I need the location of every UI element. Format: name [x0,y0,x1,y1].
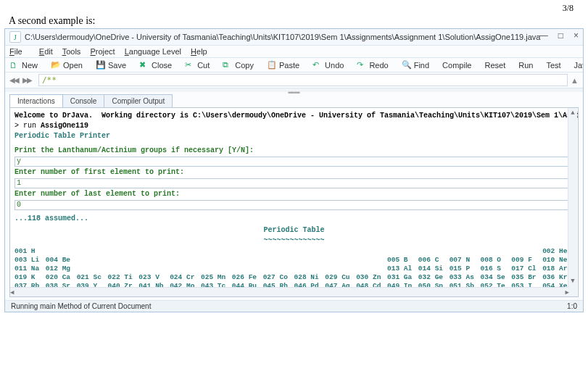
vertical-scrollbar[interactable]: ▲ ▼ [568,108,577,296]
element-cell: 015 P [450,265,481,273]
scroll-up-icon[interactable]: ▲ [571,76,579,85]
new-icon: 🗋 [9,61,19,70]
close-window-button[interactable]: × [573,30,579,41]
menu-tools[interactable]: Tools [62,47,81,56]
element-cell: 013 Al [387,265,418,273]
scroll-down-arrow-icon[interactable]: ▼ [568,276,577,286]
tab-console[interactable]: Console [62,94,105,107]
element-cell: 008 O [480,256,511,265]
element-cell: 017 Cl [511,265,542,273]
scroll-right-arrow-icon[interactable]: ▶ [566,288,569,296]
scroll-up-arrow-icon[interactable]: ▲ [568,108,577,118]
redo-button[interactable]: ↷Redo [357,60,388,70]
element-cell [201,247,232,256]
element-cell [325,256,356,265]
element-cell [232,265,263,273]
open-icon: 📂 [51,60,60,70]
menu-edit[interactable]: Edit [39,47,53,56]
element-cell [107,247,138,256]
status-bar: Running main Method of Current Document … [5,300,583,312]
element-cell: 006 C [418,256,450,265]
compile-button[interactable]: Compile [442,61,471,70]
element-cell [294,247,325,256]
element-cell: 011 Na [15,265,46,273]
menu-bar: File Edit Tools Project Language Level H… [5,46,583,58]
element-cell: 025 Mn [201,273,232,282]
element-cell [325,265,356,273]
scroll-left-arrow-icon[interactable]: ◀ [10,288,14,296]
prompt-first: Enter number of first element to print: [15,167,573,178]
element-cell [138,256,170,265]
cut-icon: ✂ [185,60,194,70]
input-first[interactable]: 1 [15,178,573,188]
interactions-pane[interactable]: Welcome to DrJava. Working directory is … [9,107,579,297]
input-groups[interactable]: y [15,157,573,167]
element-cell: 032 Ge [418,273,450,282]
test-button[interactable]: Test [546,61,560,70]
app-icon: J [9,31,21,43]
run-button[interactable]: Run [518,61,533,70]
save-button[interactable]: 💾Save [96,60,126,70]
input-last[interactable]: 0 [15,200,573,210]
element-cell: 005 B [387,256,418,265]
element-cell: 004 Be [46,256,77,265]
element-cell [232,256,263,265]
find-icon: 🔍 [402,60,411,70]
page-number: 3/8 [0,0,588,14]
element-cell [138,265,170,273]
element-cell: 027 Co [263,273,294,282]
element-cell: 035 Br [511,273,542,282]
nav-toolbar: ◀◀ ▶▶ /** ▲ [5,72,583,88]
menu-file[interactable]: File [9,47,30,56]
tab-interactions[interactable]: Interactions [9,94,63,107]
reset-button[interactable]: Reset [484,61,505,70]
element-cell [325,247,356,256]
pt-heading: Periodic Table~~~~~~~~~~~~~~ [15,225,573,246]
caption-text: A second example is: [0,14,588,28]
prompt-groups: Print the Lanthanum/Actinium groups if n… [15,146,573,156]
drjava-window: J C:\Users\dermoudy\OneDrive - Universit… [4,28,584,312]
nav-fwd-icon[interactable]: ▶▶ [22,76,31,84]
element-cell [294,265,325,273]
prompt-last: Enter number of last element to print: [15,189,573,199]
tab-compiler-output[interactable]: Compiler Output [104,94,173,107]
cut-button[interactable]: ✂Cut [185,60,210,70]
undo-button[interactable]: ↶Undo [312,60,344,70]
nav-back-icon[interactable]: ◀◀ [9,76,18,84]
redo-icon: ↷ [357,60,366,70]
paste-button[interactable]: 📋Paste [267,60,299,70]
save-icon: 💾 [96,60,105,70]
element-cell [263,256,294,265]
menu-help[interactable]: Help [191,47,207,56]
javadoc-button[interactable]: Javadoc [574,61,583,70]
element-cell [387,247,418,256]
element-cell [232,247,263,256]
welcome-line: Welcome to DrJava. Working directory is … [15,111,573,121]
find-button[interactable]: 🔍Find [402,60,429,70]
maximize-button[interactable]: □ [558,30,563,41]
element-cell: 009 F [511,256,542,265]
horizontal-scrollbar[interactable]: ◀ ▶ [10,287,569,296]
toolbar: 🗋New 📂Open 💾Save ✖Close ✂Cut ⧉Copy 📋Past… [5,58,583,72]
menu-project[interactable]: Project [90,47,115,56]
new-button[interactable]: 🗋New [9,61,38,70]
open-button[interactable]: 📂Open [51,60,83,70]
menu-language[interactable]: Language Level [125,47,181,56]
minimize-button[interactable]: — [539,30,548,41]
element-cell: 007 N [450,256,481,265]
element-cell: 031 Ga [387,273,418,282]
definitions-line-field[interactable]: /** [38,74,568,86]
program-title: Periodic Table Printer [15,131,573,141]
element-cell: 003 Li [15,256,46,265]
element-cell: 030 Zn [356,273,387,282]
element-cell: 012 Mg [46,265,77,273]
copy-button[interactable]: ⧉Copy [223,60,254,70]
element-cell: 022 Ti [107,273,138,282]
element-cell [138,247,170,256]
close-button[interactable]: ✖Close [139,60,172,70]
element-cell [107,265,138,273]
run-line: > run AssigOne119 [15,121,573,131]
element-cell [201,265,232,273]
element-cell [356,265,387,273]
element-cell [418,247,450,256]
